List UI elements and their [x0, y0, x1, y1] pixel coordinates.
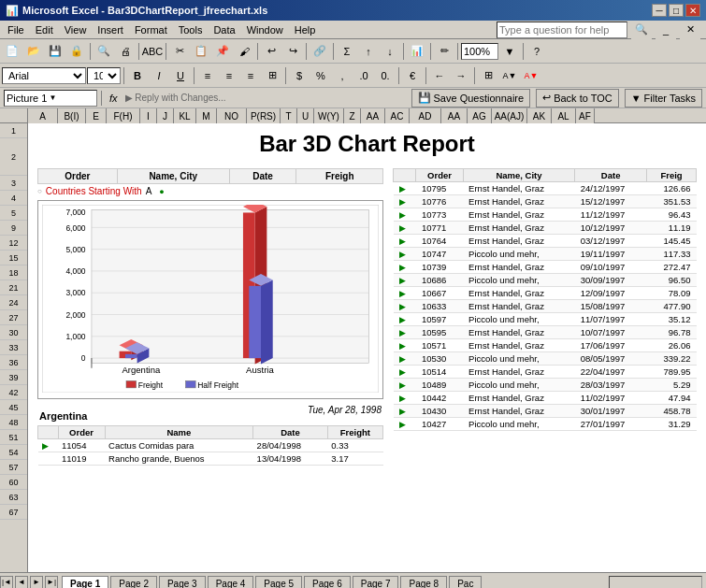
comma-button[interactable]: , [332, 66, 353, 85]
menu-format[interactable]: Format [129, 22, 173, 37]
col-t[interactable]: T [281, 108, 297, 123]
col-af[interactable]: AF [576, 108, 595, 123]
sheet-tab-page-8[interactable]: Page 8 [400, 576, 447, 589]
increase-decimal-button[interactable]: .0 [353, 66, 374, 85]
countries-link[interactable]: Countries Starting With [46, 186, 142, 196]
zoom-input[interactable] [461, 43, 498, 60]
sheet-tab-page-3[interactable]: Page 3 [159, 576, 206, 589]
col-ad[interactable]: AD [410, 108, 441, 123]
col-kl[interactable]: KL [174, 108, 196, 123]
sheet-tab-page-2[interactable]: Page 2 [110, 576, 157, 589]
col-prs[interactable]: P(RS) [247, 108, 281, 123]
sort-asc-button[interactable]: ↑ [358, 42, 379, 61]
align-right-button[interactable]: ≡ [240, 66, 261, 85]
filter-tasks-button[interactable]: ▼ Filter Tasks [625, 89, 702, 108]
autosum-button[interactable]: Σ [337, 42, 357, 61]
chart-button[interactable]: 📊 [407, 42, 427, 61]
format-painter-button[interactable]: 🖌 [234, 42, 254, 61]
undo-button[interactable]: ↩ [261, 42, 281, 61]
align-left-button[interactable]: ≡ [197, 66, 218, 85]
col-no[interactable]: NO [217, 108, 247, 123]
bold-button[interactable]: B [127, 66, 148, 85]
sort-desc-button[interactable]: ↓ [380, 42, 400, 61]
save-questionnaire-button[interactable]: 💾 Save Questionnaire [411, 89, 531, 108]
menu-edit[interactable]: Edit [30, 22, 59, 37]
title-bar-controls[interactable]: ─ □ ✕ [652, 4, 700, 17]
horizontal-scrollbar[interactable] [609, 576, 702, 589]
menu-window[interactable]: Window [241, 22, 289, 37]
euro-button[interactable]: € [402, 66, 423, 85]
col-aaaj[interactable]: AA(AJ) [492, 108, 527, 123]
redo-button[interactable]: ↪ [282, 42, 303, 61]
font-name-select[interactable]: Arial [2, 67, 86, 84]
tab-next-button[interactable]: ► [30, 576, 43, 589]
help-search-input[interactable] [497, 22, 627, 38]
col-al[interactable]: AL [552, 108, 576, 123]
close-button[interactable]: ✕ [685, 4, 700, 17]
col-ac[interactable]: AC [385, 108, 410, 123]
new-button[interactable]: 📄 [2, 42, 22, 61]
sheet-tab-page-1[interactable]: Page 1 [62, 576, 108, 589]
zoom-dropdown[interactable]: ▼ [499, 42, 520, 61]
font-size-select[interactable]: 10 [87, 67, 121, 84]
sheet-tab-pac[interactable]: Pac [449, 576, 482, 589]
decrease-indent-button[interactable]: ← [429, 66, 450, 85]
currency-button[interactable]: $ [289, 66, 310, 85]
align-center-button[interactable]: ≡ [219, 66, 239, 85]
maximize-button[interactable]: □ [669, 4, 684, 17]
print-button[interactable]: 🖨 [115, 42, 136, 61]
help-close[interactable]: ✕ [680, 21, 700, 39]
merge-center-button[interactable]: ⊞ [262, 66, 282, 85]
help-search-button[interactable]: 🔍 [631, 21, 652, 39]
back-to-toc-button[interactable]: ↩ Back to TOC [536, 89, 619, 108]
col-i[interactable]: I [140, 108, 157, 123]
menu-view[interactable]: View [59, 22, 93, 37]
print-preview-button[interactable]: 🔍 [94, 42, 114, 61]
name-box[interactable]: Picture 1 ▼ [4, 90, 97, 107]
drawing-button[interactable]: ✏ [434, 42, 454, 61]
col-a[interactable]: A [28, 108, 58, 123]
col-z[interactable]: Z [344, 108, 361, 123]
percent-button[interactable]: % [310, 66, 331, 85]
col-wy[interactable]: W(Y) [314, 108, 344, 123]
col-m[interactable]: M [196, 108, 217, 123]
cut-button[interactable]: ✂ [169, 42, 190, 61]
permission-button[interactable]: 🔒 [66, 42, 87, 61]
fill-color-button[interactable]: A▼ [499, 66, 520, 85]
sheet-tab-page-5[interactable]: Page 5 [255, 576, 302, 589]
hyperlink-button[interactable]: 🔗 [310, 42, 330, 61]
font-color-button[interactable]: A▼ [521, 66, 541, 85]
col-u[interactable]: U [297, 108, 314, 123]
sheet-tab-page-7[interactable]: Page 7 [353, 576, 399, 589]
col-j[interactable]: J [157, 108, 174, 123]
col-ag[interactable]: AG [468, 108, 492, 123]
help-minimize[interactable]: _ [656, 21, 676, 39]
tab-first-button[interactable]: |◄ [0, 576, 13, 589]
decrease-decimal-button[interactable]: 0. [375, 66, 396, 85]
tab-nav[interactable]: |◄ ◄ ► ►| [0, 576, 58, 589]
underline-button[interactable]: U [170, 66, 191, 85]
col-aa[interactable]: AA [361, 108, 385, 123]
col-ak[interactable]: AK [527, 108, 552, 123]
menu-insert[interactable]: Insert [92, 22, 129, 37]
open-button[interactable]: 📂 [23, 42, 44, 61]
menu-tools[interactable]: Tools [173, 22, 209, 37]
sheet-tab-page-6[interactable]: Page 6 [304, 576, 351, 589]
tab-prev-button[interactable]: ◄ [15, 576, 28, 589]
paste-button[interactable]: 📌 [212, 42, 233, 61]
name-box-arrow[interactable]: ▼ [49, 93, 56, 102]
tab-last-button[interactable]: ►| [45, 576, 58, 589]
col-fh[interactable]: F(H) [107, 108, 140, 123]
save-button[interactable]: 💾 [45, 42, 65, 61]
menu-data[interactable]: Data [208, 22, 240, 37]
copy-button[interactable]: 📋 [191, 42, 211, 61]
col-b[interactable]: B(I) [58, 108, 86, 123]
reply-changes-link[interactable]: ▶ Reply with Changes... [125, 93, 226, 103]
sheet-tab-page-4[interactable]: Page 4 [208, 576, 254, 589]
col-e[interactable]: E [86, 108, 107, 123]
help-button2[interactable]: ? [526, 42, 547, 61]
spell-button[interactable]: ABC [142, 42, 163, 61]
increase-indent-button[interactable]: → [451, 66, 471, 85]
minimize-button[interactable]: ─ [652, 4, 667, 17]
borders-button[interactable]: ⊞ [478, 66, 498, 85]
